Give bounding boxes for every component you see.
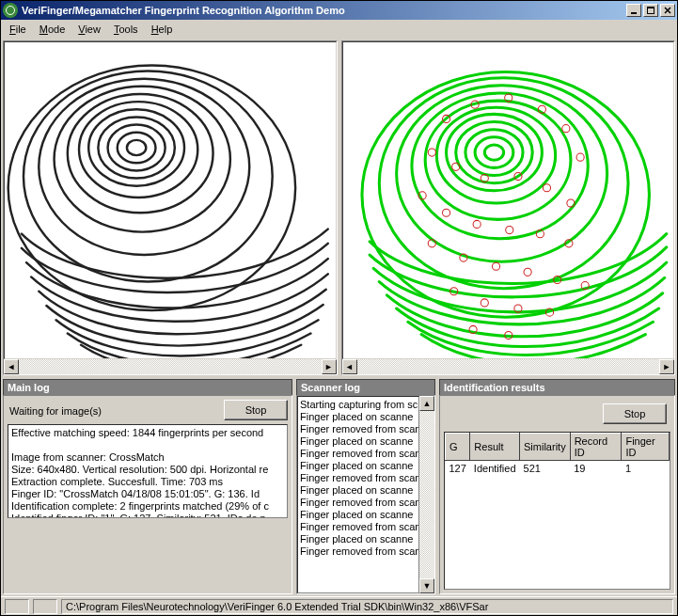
identification-table-wrap: G Result Similarity Record ID Finger ID …: [444, 432, 670, 590]
status-cell-2: [33, 599, 57, 614]
svg-point-4: [118, 133, 156, 164]
col-record-id[interactable]: Record ID: [570, 434, 622, 461]
svg-point-35: [543, 184, 550, 192]
scroll-left-icon[interactable]: ◄: [4, 359, 19, 374]
col-result[interactable]: Result: [470, 434, 520, 461]
cell-similarity: 521: [520, 461, 571, 477]
svg-point-39: [473, 220, 481, 228]
work-area: ◄ ►: [1, 39, 677, 377]
titlebar: VeriFinger/Megamatcher Fingerprint Recog…: [1, 1, 677, 20]
scroll-up-icon[interactable]: ▲: [419, 396, 434, 411]
raw-fingerprint-image: [5, 42, 336, 358]
main-log-header: Main log: [3, 379, 292, 395]
col-g[interactable]: G: [446, 434, 470, 461]
identification-pane: Identification results Stop G Result Sim…: [439, 379, 675, 594]
window-title: VeriFinger/Megamatcher Fingerprint Recog…: [22, 5, 626, 16]
menubar: File Mode View Tools Help: [1, 20, 677, 39]
svg-point-7: [88, 109, 184, 185]
raw-fingerprint-viewport[interactable]: [4, 41, 337, 359]
cell-result: Identified: [470, 461, 520, 477]
svg-point-38: [442, 209, 449, 216]
menu-help[interactable]: Help: [145, 22, 180, 37]
minimize-button[interactable]: [626, 4, 641, 17]
svg-point-40: [505, 226, 512, 233]
scanner-log-list[interactable]: Starting capturing from scFinger placed …: [297, 396, 419, 593]
main-log-waiting-text: Waiting for image(s): [8, 400, 103, 419]
scroll-right-icon[interactable]: ►: [659, 359, 674, 374]
scroll-right-icon[interactable]: ►: [322, 359, 337, 374]
svg-point-45: [492, 262, 499, 270]
window-controls: [626, 4, 675, 17]
col-similarity[interactable]: Similarity: [520, 434, 571, 461]
scroll-track[interactable]: [419, 411, 434, 578]
status-cell-1: [5, 599, 29, 614]
svg-point-31: [428, 149, 435, 156]
identification-stop-button[interactable]: Stop: [603, 403, 667, 424]
svg-point-18: [446, 114, 542, 190]
main-log-pane: Main log Waiting for image(s) Stop Effec…: [3, 379, 292, 594]
svg-point-50: [481, 299, 488, 307]
processed-fingerprint-panel: ◄ ►: [341, 40, 676, 375]
processed-fingerprint-viewport[interactable]: [342, 41, 675, 359]
scroll-left-icon[interactable]: ◄: [342, 359, 357, 374]
main-log-text[interactable]: Effective matching speed: 1844 fingerpri…: [8, 424, 288, 518]
menu-tools[interactable]: Tools: [107, 22, 145, 37]
cell-g: 127: [446, 461, 470, 477]
scroll-track[interactable]: [19, 359, 322, 374]
app-icon: [3, 3, 18, 18]
col-finger-id[interactable]: Finger ID: [622, 434, 670, 461]
identification-header: Identification results: [439, 379, 675, 395]
cell-record-id: 19: [570, 461, 622, 477]
processed-fingerprint-image: [343, 42, 674, 358]
svg-point-30: [576, 153, 584, 161]
raw-hscrollbar[interactable]: ◄ ►: [4, 359, 337, 374]
svg-point-6: [98, 117, 174, 178]
menu-view[interactable]: View: [71, 22, 107, 37]
scanner-log-vscrollbar[interactable]: ▲ ▼: [419, 396, 434, 593]
scanner-log-pane: Scanner log Starting capturing from scFi…: [296, 379, 435, 594]
svg-rect-0: [631, 12, 637, 14]
raw-fingerprint-panel: ◄ ►: [3, 40, 338, 375]
proc-hscrollbar[interactable]: ◄ ►: [342, 359, 675, 374]
table-row[interactable]: 127 Identified 521 19 1: [446, 461, 670, 477]
statusbar: C:\Program Files\Neurotechnology\VeriFin…: [1, 596, 677, 615]
lower-panes: Main log Waiting for image(s) Stop Effec…: [1, 377, 677, 596]
svg-point-29: [561, 125, 569, 133]
menu-file[interactable]: File: [3, 22, 33, 37]
svg-point-15: [475, 137, 513, 168]
cell-finger-id: 1: [622, 461, 670, 477]
svg-point-14: [484, 145, 503, 160]
svg-point-36: [566, 199, 574, 207]
close-button[interactable]: [660, 4, 675, 17]
identification-table: G Result Similarity Record ID Finger ID …: [445, 433, 670, 476]
status-path: C:\Program Files\Neurotechnology\VeriFin…: [61, 599, 673, 614]
svg-rect-2: [647, 7, 654, 8]
svg-point-3: [127, 140, 146, 155]
svg-point-46: [524, 268, 531, 276]
scanner-log-header: Scanner log: [296, 379, 435, 395]
scroll-track[interactable]: [357, 359, 660, 374]
menu-mode[interactable]: Mode: [33, 22, 72, 37]
scroll-down-icon[interactable]: ▼: [419, 578, 434, 593]
main-log-stop-button[interactable]: Stop: [224, 400, 288, 420]
maximize-button[interactable]: [643, 4, 658, 17]
